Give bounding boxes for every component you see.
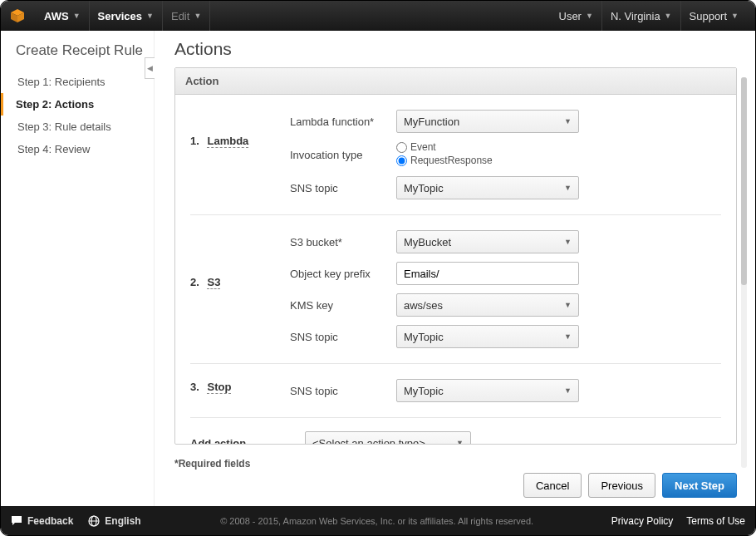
chevron-down-icon: ▼: [564, 301, 572, 309]
step-review[interactable]: Step 4: Review: [16, 138, 149, 160]
step-actions[interactable]: Step 2: Actions: [1, 93, 149, 116]
language-link[interactable]: English: [88, 515, 140, 527]
s3-prefix-input[interactable]: [396, 262, 579, 285]
nav-region[interactable]: N. Virginia▼: [602, 1, 681, 31]
lambda-function-label: Lambda function*: [290, 116, 396, 128]
chevron-down-icon: ▼: [146, 12, 154, 20]
footer: Feedback English © 2008 - 2015, Amazon W…: [1, 506, 755, 536]
action-lambda: 1. Lambda Lambda function* MyFunction▼ I…: [190, 95, 721, 215]
chevron-down-icon: ▼: [564, 117, 572, 125]
s3-bucket-label: S3 bucket*: [290, 236, 396, 248]
s3-sns-label: SNS topic: [290, 331, 396, 343]
invocation-reqresp-radio[interactable]: [396, 155, 407, 166]
action-name[interactable]: Lambda: [207, 135, 248, 148]
s3-kms-label: KMS key: [290, 299, 396, 312]
action-name[interactable]: S3: [207, 276, 220, 289]
chevron-down-icon: ▼: [564, 238, 572, 246]
add-action-label: Add action: [190, 437, 305, 445]
terms-of-use-link[interactable]: Terms of Use: [686, 515, 745, 527]
content: Actions Action 1. Lambda Lambda function…: [155, 31, 755, 506]
action-num: 1.: [190, 135, 199, 147]
scrollbar[interactable]: [741, 77, 747, 468]
invocation-event-text: Event: [410, 141, 436, 153]
s3-kms-select[interactable]: aws/ses▼: [396, 293, 579, 317]
sidebar-title: Create Receipt Rule: [16, 42, 149, 59]
chevron-down-icon: ▼: [564, 184, 572, 192]
aws-logo-icon[interactable]: [9, 7, 26, 24]
chevron-down-icon: ▼: [456, 439, 464, 444]
nav-user[interactable]: User▼: [551, 1, 602, 31]
step-rule-details[interactable]: Step 3: Rule details: [16, 116, 149, 138]
stop-sns-select[interactable]: MyTopic▼: [396, 379, 579, 402]
page-heading: Actions: [174, 39, 737, 59]
chevron-down-icon: ▼: [731, 12, 739, 20]
invocation-reqresp-text: RequestResponse: [410, 155, 493, 166]
feedback-link[interactable]: Feedback: [11, 515, 73, 527]
chevron-down-icon: ▼: [194, 12, 201, 20]
lambda-function-select[interactable]: MyFunction▼: [396, 110, 579, 133]
action-num: 3.: [190, 381, 199, 393]
action-name[interactable]: Stop: [207, 381, 231, 394]
action-stop: 3. Stop SNS topic MyTopic▼: [190, 364, 721, 418]
nav-edit[interactable]: Edit▼: [163, 1, 210, 31]
panel-header: Action: [175, 68, 736, 95]
actions-panel: Action 1. Lambda Lambda function* MyFunc…: [174, 67, 737, 445]
invocation-type-label: Invocation type: [290, 149, 396, 161]
previous-button[interactable]: Previous: [588, 473, 655, 498]
sidebar: Create Receipt Rule Step 1: Recipients S…: [1, 31, 155, 506]
chevron-down-icon: ▼: [73, 12, 81, 20]
nav-home[interactable]: AWS▼: [36, 1, 90, 31]
cancel-button[interactable]: Cancel: [523, 473, 582, 498]
stop-sns-label: SNS topic: [290, 385, 396, 397]
nav-services[interactable]: Services▼: [90, 1, 163, 31]
nav-support[interactable]: Support▼: [681, 1, 747, 31]
chevron-down-icon: ▼: [665, 12, 672, 20]
invocation-event-radio[interactable]: [396, 142, 407, 153]
next-step-button[interactable]: Next Step: [662, 473, 737, 498]
copyright-text: © 2008 - 2015, Amazon Web Services, Inc.…: [156, 516, 598, 526]
chevron-down-icon: ▼: [564, 386, 572, 395]
chevron-down-icon: ▼: [564, 332, 572, 341]
privacy-policy-link[interactable]: Privacy Policy: [611, 515, 674, 527]
add-action-select[interactable]: <Select an action type>▼: [305, 431, 471, 444]
lambda-sns-select[interactable]: MyTopic▼: [396, 176, 579, 199]
s3-bucket-select[interactable]: MyBucket▼: [396, 230, 579, 253]
globe-icon: [88, 515, 100, 527]
lambda-sns-label: SNS topic: [290, 182, 396, 194]
step-recipients[interactable]: Step 1: Recipients: [16, 71, 149, 93]
speech-bubble-icon: [11, 515, 22, 527]
s3-sns-select[interactable]: MyTopic▼: [396, 325, 579, 348]
s3-prefix-label: Object key prefix: [290, 268, 396, 280]
action-s3: 2. S3 S3 bucket* MyBucket▼ Object key pr…: [190, 215, 721, 364]
required-fields-note: *Required fields: [174, 458, 737, 470]
top-nav: AWS▼ Services▼ Edit▼ User▼ N. Virginia▼ …: [1, 1, 755, 31]
panel-body: 1. Lambda Lambda function* MyFunction▼ I…: [175, 95, 736, 444]
chevron-down-icon: ▼: [586, 12, 593, 20]
collapse-sidebar-icon[interactable]: ◀: [145, 57, 155, 79]
add-action-row: Add action <Select an action type>▼: [190, 418, 721, 444]
action-num: 2.: [190, 276, 199, 288]
